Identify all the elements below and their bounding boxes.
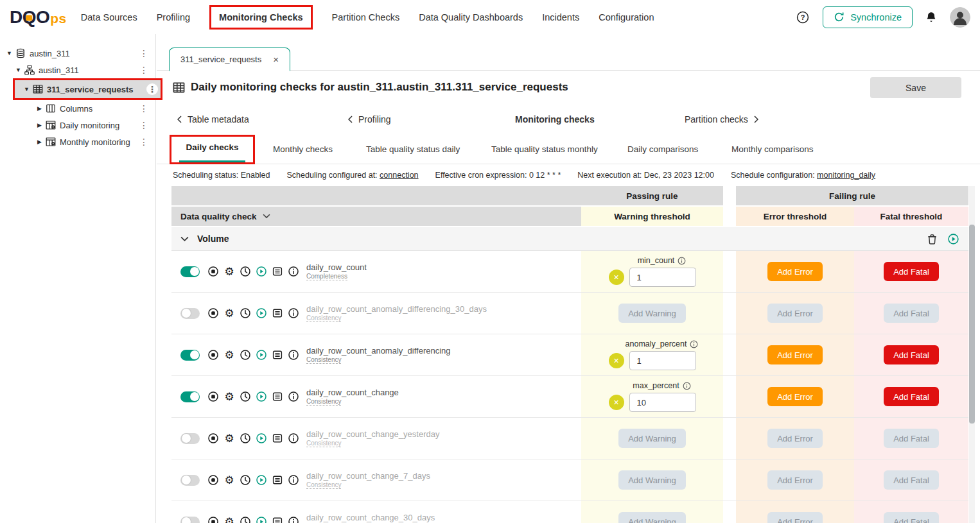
rule-parameter-input[interactable] [629,268,696,287]
tree-item-table-selected[interactable]: ▼ 311_service_requests ⋮ [13,78,162,100]
check-schedule-clock-icon[interactable] [239,307,252,320]
check-settings-gear-icon[interactable]: ⚙ [223,307,236,320]
caret-right-icon[interactable]: ▶ [35,105,44,112]
menu-item-data-sources[interactable]: Data Sources [81,7,137,28]
run-check-icon[interactable] [255,390,268,403]
check-settings-gear-icon[interactable]: ⚙ [223,390,236,403]
check-schedule-clock-icon[interactable] [239,432,252,445]
threshold-button[interactable]: Add Error [767,262,823,281]
caret-down-icon[interactable]: ▼ [22,86,31,92]
threshold-button[interactable]: Add Warning [618,512,686,523]
threshold-button[interactable]: Add Error [767,387,823,406]
notifications-bell-icon[interactable] [926,12,936,23]
check-settings-gear-icon[interactable]: ⚙ [223,265,236,278]
menu-item-configuration[interactable]: Configuration [599,7,654,28]
tab-daily-comparisons[interactable]: Daily comparisons [627,134,698,164]
delete-group-trash-icon[interactable] [925,232,938,245]
threshold-button[interactable]: Add Error [767,429,823,448]
check-results-icon[interactable] [271,307,284,320]
nav-monitoring-checks[interactable]: Monitoring checks [515,104,595,134]
check-info-icon[interactable] [287,348,300,361]
parameter-info-icon[interactable] [678,257,686,265]
data-quality-check-header[interactable]: Data quality check [171,207,581,226]
disable-check-icon[interactable] [207,348,220,361]
tab-table-quality-status-daily[interactable]: Table quality status daily [366,134,460,164]
schedule-config-link[interactable]: monitoring_daily [817,171,875,180]
help-icon[interactable]: ? [796,11,809,24]
threshold-button[interactable]: Add Warning [618,429,686,448]
check-enabled-toggle[interactable] [180,350,200,361]
caret-right-icon[interactable]: ▶ [35,139,44,145]
tab-monthly-comparisons[interactable]: Monthly comparisons [731,134,814,164]
check-results-icon[interactable] [271,515,284,523]
disable-check-icon[interactable] [207,390,220,403]
check-info-icon[interactable] [287,307,300,320]
threshold-button[interactable]: Add Error [767,512,823,523]
threshold-button[interactable]: Add Error [767,345,823,364]
kebab-menu-icon[interactable]: ⋮ [138,47,150,59]
rule-parameter-input[interactable] [629,351,696,370]
disable-check-icon[interactable] [207,474,220,486]
tree-item-monthly-monitoring[interactable]: ▶ Monthly monitoring ⋮ [0,133,155,150]
check-enabled-toggle[interactable] [180,266,200,277]
disable-check-icon[interactable] [207,515,220,523]
threshold-button[interactable]: Add Fatal [884,387,939,406]
check-settings-gear-icon[interactable]: ⚙ [223,474,236,486]
menu-item-incidents[interactable]: Incidents [542,7,579,28]
parameter-info-icon[interactable] [690,340,698,348]
rule-parameter-input[interactable] [629,393,696,412]
nav-partition-checks[interactable]: Partition checks [685,104,758,134]
check-enabled-toggle[interactable] [180,475,200,486]
check-results-icon[interactable] [271,390,284,403]
check-results-icon[interactable] [271,265,284,278]
disable-check-icon[interactable] [207,265,220,278]
connection-link[interactable]: connection [380,171,418,180]
caret-down-icon[interactable]: ▼ [14,67,22,73]
check-schedule-clock-icon[interactable] [239,515,252,523]
check-settings-gear-icon[interactable]: ⚙ [223,348,236,361]
menu-item-profiling[interactable]: Profiling [157,7,190,28]
run-check-icon[interactable] [255,307,268,320]
threshold-button[interactable]: Add Fatal [884,470,939,490]
check-results-icon[interactable] [271,348,284,361]
disable-check-icon[interactable] [207,307,220,320]
threshold-button[interactable]: Add Fatal [884,304,939,323]
document-tab[interactable]: 311_service_requests × [169,47,290,71]
parameter-info-icon[interactable] [683,382,691,390]
check-schedule-clock-icon[interactable] [239,348,252,361]
kebab-menu-icon[interactable]: ⋮ [138,103,150,114]
check-results-icon[interactable] [271,474,284,486]
caret-down-icon[interactable]: ▼ [5,50,13,56]
menu-item-partition-checks[interactable]: Partition Checks [332,7,400,28]
nav-profiling[interactable]: Profiling [348,104,391,134]
check-enabled-toggle[interactable] [180,391,200,402]
threshold-button[interactable]: Add Warning [618,304,686,323]
clear-warning-rule-icon[interactable]: ✕ [609,395,624,410]
synchronize-button[interactable]: Synchronize [823,6,913,28]
threshold-button[interactable]: Add Warning [618,470,686,490]
check-info-icon[interactable] [287,515,300,523]
run-check-icon[interactable] [255,265,268,278]
kebab-menu-icon[interactable]: ⋮ [138,136,150,148]
check-settings-gear-icon[interactable]: ⚙ [223,432,236,445]
nav-table-metadata[interactable]: Table metadata [177,104,249,134]
tree-item-connection[interactable]: ▼ austin_311 ⋮ [0,45,155,62]
tab-daily-checks[interactable]: Daily checks [170,135,255,164]
check-enabled-toggle[interactable] [180,308,200,319]
check-info-icon[interactable] [287,432,300,445]
threshold-button[interactable]: Add Error [767,470,823,490]
disable-check-icon[interactable] [207,432,220,445]
threshold-button[interactable]: Add Fatal [884,512,939,523]
check-schedule-clock-icon[interactable] [239,390,252,403]
kebab-menu-icon[interactable]: ⋮ [138,119,150,131]
tab-table-quality-status-monthly[interactable]: Table quality status monthly [491,134,598,164]
run-check-icon[interactable] [255,474,268,486]
tree-item-schema[interactable]: ▼ austin_311 ⋮ [0,62,155,78]
run-group-checks-icon[interactable] [947,232,959,245]
scrollbar-thumb[interactable] [969,225,975,424]
run-check-icon[interactable] [255,432,268,445]
dqops-logo[interactable]: DQO ps [10,7,67,28]
user-avatar[interactable] [950,7,970,28]
threshold-button[interactable]: Add Fatal [884,345,939,364]
caret-right-icon[interactable]: ▶ [35,122,44,128]
